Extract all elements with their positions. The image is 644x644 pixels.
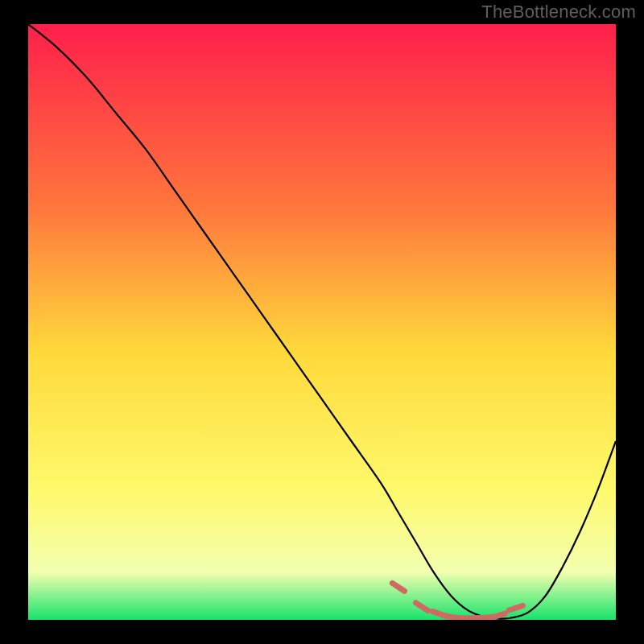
chart-svg	[28, 24, 616, 620]
chart-frame: TheBottleneck.com	[0, 0, 644, 644]
watermark-text: TheBottleneck.com	[481, 2, 636, 23]
bottleneck-chart	[28, 24, 616, 620]
